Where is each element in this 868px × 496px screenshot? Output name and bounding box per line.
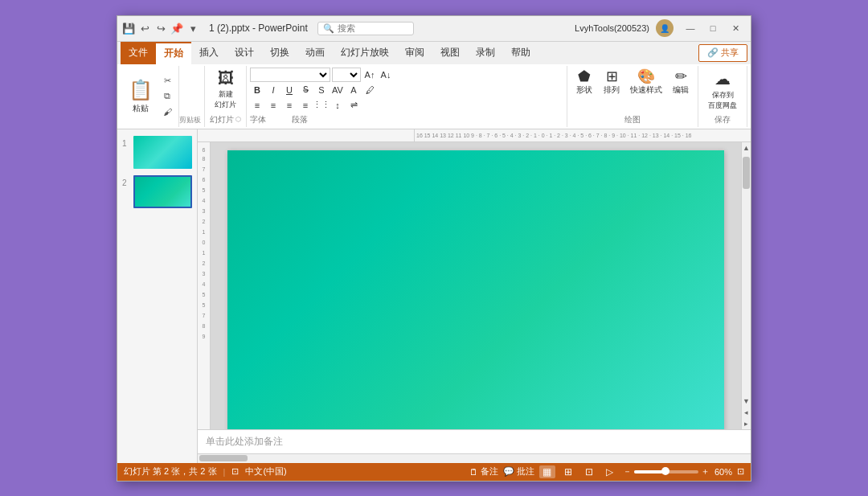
- slide-item-1[interactable]: 1: [122, 136, 192, 169]
- drawing-inner: ⬟ 形状 ⊞ 排列 🎨 快速样式 ✏ 编辑: [572, 68, 693, 113]
- quick-styles-icon: 🎨: [637, 69, 655, 84]
- status-right: 🗒 备注 💬 批注 ▦ ⊞ ⊡ ▷ － ＋ 60% ⊡: [469, 465, 744, 478]
- zoom-thumb[interactable]: [661, 467, 669, 475]
- justify-button[interactable]: ≡: [298, 98, 313, 113]
- close-button[interactable]: ✕: [725, 19, 746, 37]
- slides-expand-icon[interactable]: ⬡: [235, 116, 241, 123]
- slide-panel[interactable]: 1 2: [117, 129, 198, 463]
- tab-insert[interactable]: 插入: [191, 42, 227, 64]
- paste-icon: 📋: [129, 79, 153, 101]
- save-baidu-button[interactable]: ☁ 保存到百度网盘: [703, 68, 742, 113]
- zoom-in-icon[interactable]: ＋: [701, 465, 710, 478]
- restore-button[interactable]: □: [702, 19, 723, 37]
- more-tb-icon[interactable]: ▾: [186, 22, 199, 35]
- line-spacing-button[interactable]: ↕: [330, 98, 345, 113]
- paragraph-row: ≡ ≡ ≡ ≡ ⋮⋮ ↕ ⇌: [250, 98, 563, 113]
- shape-icon: ⬟: [578, 69, 591, 84]
- zoom-slider[interactable]: － ＋: [623, 465, 710, 478]
- slide-canvas[interactable]: [227, 150, 724, 429]
- avatar-icon: 👤: [660, 24, 669, 33]
- quick-styles-button[interactable]: 🎨 快速样式: [627, 68, 665, 97]
- layout-icon: ⊡: [231, 466, 239, 477]
- font-row-1: A↑ A↓: [250, 68, 563, 82]
- font-color-button[interactable]: A: [346, 83, 361, 97]
- title-bar: 💾 ↩ ↪ 📌 ▾ 1 (2).pptx - PowerPoint 🔍 Lvyh…: [117, 16, 751, 42]
- scroll-up-button[interactable]: ▲: [742, 142, 751, 154]
- bold-button[interactable]: B: [250, 83, 264, 97]
- tab-home[interactable]: 开始: [156, 42, 191, 64]
- slide-sorter-button[interactable]: ⊞: [560, 465, 576, 478]
- tab-file[interactable]: 文件: [121, 42, 156, 64]
- comments-toggle[interactable]: 💬 批注: [503, 465, 534, 478]
- slide-item-2[interactable]: 2: [122, 175, 192, 208]
- ribbon-content: 📋 粘贴 ✂ ⧉ 🖌 剪贴板 🖼 新建幻灯片: [117, 64, 751, 129]
- zoom-track[interactable]: [634, 470, 698, 473]
- fit-window-icon[interactable]: ⊡: [737, 466, 744, 477]
- underline-button[interactable]: U: [282, 83, 297, 97]
- align-right-button[interactable]: ≡: [282, 98, 297, 113]
- strikethrough-button[interactable]: S̶: [298, 83, 313, 97]
- italic-button[interactable]: I: [266, 83, 280, 97]
- decrease-font-button[interactable]: A↓: [379, 68, 393, 82]
- align-left-button[interactable]: ≡: [250, 98, 264, 113]
- font-family-select[interactable]: [250, 68, 330, 82]
- edit-drawing-button[interactable]: ✏ 编辑: [669, 68, 693, 97]
- char-spacing-button[interactable]: AV: [330, 83, 345, 97]
- new-slide-button[interactable]: 🖼 新建幻灯片: [210, 68, 241, 112]
- undo-icon[interactable]: ↩: [138, 22, 151, 35]
- tab-transitions[interactable]: 切换: [262, 42, 297, 64]
- tab-review[interactable]: 审阅: [397, 42, 432, 64]
- increase-font-button[interactable]: A↑: [362, 68, 377, 82]
- pin-icon[interactable]: 📌: [170, 22, 183, 35]
- zoom-out-icon[interactable]: －: [623, 465, 632, 478]
- slide-thumb-2[interactable]: [133, 175, 192, 208]
- zoom-fill: [634, 470, 663, 473]
- save-baidu-icon: ☁: [714, 69, 731, 88]
- search-input[interactable]: [338, 23, 402, 33]
- slideshow-button[interactable]: ▷: [602, 465, 618, 478]
- canvas-ruler-area: 6 8 7 6 5 4 3 2 1 0 1 2 3 4 5: [198, 142, 741, 429]
- vertical-scrollbar[interactable]: ▲ ▼ ◂ ▸: [741, 142, 751, 429]
- text-direction-button[interactable]: ⇌: [346, 98, 361, 113]
- paste-button[interactable]: 📋 粘贴: [124, 77, 158, 116]
- minimize-button[interactable]: —: [680, 19, 701, 37]
- slide-thumb-1[interactable]: [133, 136, 192, 169]
- scroll-thumb[interactable]: [743, 157, 750, 189]
- scroll-down-button[interactable]: ▼: [742, 396, 751, 407]
- share-button[interactable]: 🔗 共享: [698, 44, 747, 62]
- slide-background: [227, 150, 724, 429]
- font-size-select[interactable]: [332, 68, 361, 82]
- highlight-button[interactable]: 🖊: [362, 83, 377, 97]
- h-scroll-thumb[interactable]: [199, 455, 248, 461]
- user-avatar[interactable]: 👤: [656, 19, 674, 37]
- horizontal-ruler: 16 15 14 13 12 11 10 9 · 8 · 7 · 6 · 5 ·…: [198, 129, 751, 142]
- format-painter-button[interactable]: 🖌: [159, 105, 175, 119]
- tab-animations[interactable]: 动画: [297, 42, 333, 64]
- tab-help[interactable]: 帮助: [503, 42, 538, 64]
- slides-label: 幻灯片 ⬡: [210, 114, 241, 125]
- copy-button[interactable]: ⧉: [159, 89, 175, 104]
- tab-record[interactable]: 录制: [468, 42, 503, 64]
- redo-icon[interactable]: ↪: [154, 22, 167, 35]
- arrange-button[interactable]: ⊞ 排列: [600, 68, 624, 97]
- search-box[interactable]: 🔍: [317, 22, 414, 35]
- shadow-button[interactable]: S: [314, 83, 329, 97]
- font-row-2: B I U S̶ S AV A 🖊: [250, 83, 563, 97]
- reading-view-button[interactable]: ⊡: [581, 465, 597, 478]
- notes-toggle[interactable]: 🗒 备注: [469, 465, 498, 478]
- tab-slideshow[interactable]: 幻灯片放映: [333, 42, 397, 64]
- shape-button[interactable]: ⬟ 形状: [572, 68, 596, 97]
- tab-design[interactable]: 设计: [227, 42, 262, 64]
- paste-left: 📋 粘贴: [124, 77, 158, 116]
- normal-view-button[interactable]: ▦: [539, 465, 555, 478]
- columns-button[interactable]: ⋮⋮: [314, 98, 329, 113]
- scroll-next-button[interactable]: ▸: [742, 418, 751, 429]
- tab-view[interactable]: 视图: [432, 42, 468, 64]
- cut-button[interactable]: ✂: [159, 74, 175, 88]
- horizontal-scrollbar[interactable]: [198, 453, 751, 463]
- notes-area[interactable]: 单击此处添加备注: [198, 429, 751, 453]
- save-icon[interactable]: 💾: [122, 22, 135, 35]
- scroll-prev-button[interactable]: ◂: [742, 407, 751, 418]
- align-center-button[interactable]: ≡: [266, 98, 280, 113]
- title-bar-left: 💾 ↩ ↪ 📌 ▾ 1 (2).pptx - PowerPoint 🔍: [122, 22, 575, 35]
